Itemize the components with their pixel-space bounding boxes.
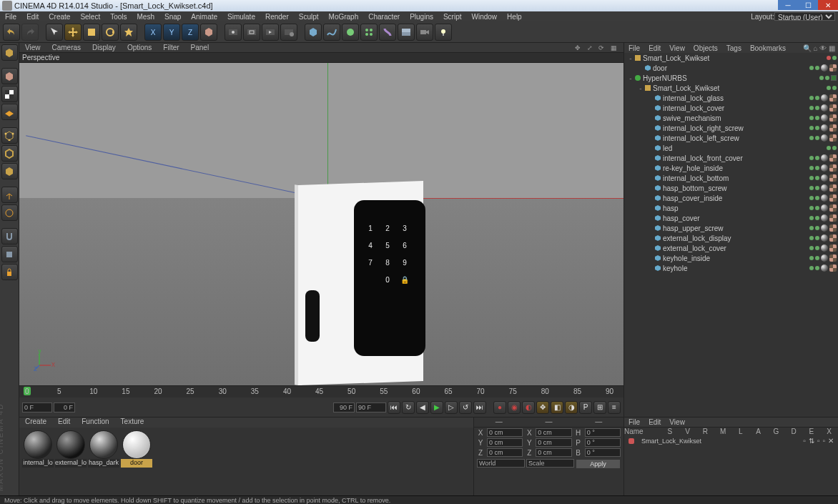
object-name[interactable]: hasp_upper_screw bbox=[663, 224, 724, 232]
material-tag-icon[interactable] bbox=[821, 124, 828, 132]
visibility-dot[interactable] bbox=[827, 86, 831, 90]
object-name[interactable]: keyhole_inside bbox=[663, 255, 710, 262]
flag-icon[interactable]: ▫ bbox=[803, 437, 806, 445]
uvw-tag-icon[interactable] bbox=[829, 234, 837, 242]
visibility-dot[interactable] bbox=[809, 216, 814, 220]
visibility-dot[interactable] bbox=[809, 116, 814, 120]
object-name[interactable]: door bbox=[653, 64, 667, 72]
object-name[interactable]: swive_mechanism bbox=[663, 114, 721, 122]
uvw-tag-icon[interactable] bbox=[829, 184, 837, 192]
coord-system-button[interactable] bbox=[200, 24, 217, 41]
visibility-dot[interactable] bbox=[832, 86, 837, 90]
material-tag-icon[interactable] bbox=[821, 214, 828, 222]
scene-object[interactable]: 1234567890🔒 bbox=[298, 183, 427, 385]
coord-v1[interactable]: 0 cm bbox=[487, 448, 523, 457]
tree-node[interactable]: -HyperNURBS bbox=[624, 73, 838, 83]
material-tag-icon[interactable] bbox=[821, 64, 828, 71]
last-tool-button[interactable] bbox=[120, 24, 137, 41]
key-rotate-button[interactable]: ◑ bbox=[565, 401, 578, 414]
timeline-end-in[interactable]: 90 F bbox=[333, 402, 355, 412]
visibility-dot[interactable] bbox=[815, 256, 819, 260]
key-options-button[interactable]: ≡ bbox=[608, 401, 621, 414]
vpmenu-display[interactable]: Display bbox=[87, 44, 122, 51]
viewport[interactable]: 1234567890🔒 y x z bbox=[19, 63, 623, 385]
menu-mesh[interactable]: Mesh bbox=[132, 13, 159, 21]
tree-node[interactable]: led bbox=[624, 143, 838, 153]
timeline-start-in[interactable]: 0 F bbox=[54, 402, 75, 412]
texture-mode-button[interactable] bbox=[1, 86, 18, 102]
visibility-dot[interactable] bbox=[809, 226, 814, 230]
add-deformer-button[interactable] bbox=[379, 24, 396, 41]
tree-node[interactable]: door bbox=[624, 63, 838, 73]
visibility-dot[interactable] bbox=[832, 56, 837, 60]
add-light-button[interactable] bbox=[435, 24, 452, 41]
tree-node[interactable]: internal_lock_front_cover bbox=[624, 153, 838, 163]
visibility-dot[interactable] bbox=[815, 166, 819, 170]
tree-node[interactable]: -Smart_Lock_Kwikset bbox=[624, 83, 838, 93]
live-select-button[interactable] bbox=[46, 24, 63, 41]
autokey-button[interactable]: ◉ bbox=[508, 401, 521, 414]
visibility-dot[interactable] bbox=[815, 136, 819, 140]
uvw-tag-icon[interactable] bbox=[829, 124, 837, 132]
uvw-tag-icon[interactable] bbox=[829, 94, 837, 102]
object-name[interactable]: external_lock_cover bbox=[663, 244, 726, 252]
material-tag-icon[interactable] bbox=[821, 224, 828, 232]
add-array-button[interactable] bbox=[360, 24, 378, 41]
structmenu-file[interactable]: File bbox=[624, 418, 644, 426]
edges-mode-button[interactable] bbox=[1, 145, 18, 162]
minimize-button[interactable]: ─ bbox=[778, 0, 798, 10]
structure-item[interactable]: Smart_Lock_Kwikset bbox=[634, 438, 758, 445]
axis-button[interactable] bbox=[1, 187, 18, 203]
flag-icon[interactable]: ▫ bbox=[817, 437, 820, 445]
expand-icon[interactable]: - bbox=[627, 74, 634, 82]
menu-window[interactable]: Window bbox=[467, 13, 503, 21]
scale-button[interactable] bbox=[83, 24, 100, 41]
visibility-dot[interactable] bbox=[809, 236, 814, 240]
visibility-dot[interactable] bbox=[815, 186, 819, 190]
add-spline-button[interactable] bbox=[323, 24, 340, 41]
uvw-tag-icon[interactable] bbox=[829, 265, 837, 272]
visibility-dot[interactable] bbox=[815, 216, 819, 220]
object-name[interactable]: internal_lock_bottom bbox=[663, 174, 729, 182]
material-tag-icon[interactable] bbox=[821, 255, 828, 262]
uvw-tag-icon[interactable] bbox=[829, 244, 837, 252]
object-name[interactable]: hasp_cover_inside bbox=[663, 194, 722, 202]
visibility-dot[interactable] bbox=[815, 226, 819, 230]
polys-mode-button[interactable] bbox=[1, 163, 18, 179]
visibility-dot[interactable] bbox=[815, 176, 819, 180]
visibility-dot[interactable] bbox=[809, 136, 814, 140]
visibility-dot[interactable] bbox=[809, 66, 814, 70]
tree-node[interactable]: hasp_cover bbox=[624, 213, 838, 223]
vpmenu-cameras[interactable]: Cameras bbox=[46, 44, 87, 51]
tree-node[interactable]: hasp_upper_screw bbox=[624, 223, 838, 233]
enable-check[interactable] bbox=[831, 75, 837, 81]
move-button[interactable] bbox=[64, 24, 82, 41]
object-tree[interactable]: -Smart_Lock_Kwiksetdoor-HyperNURBS-Smart… bbox=[624, 53, 838, 417]
visibility-dot[interactable] bbox=[809, 256, 814, 260]
apply-button[interactable]: Apply bbox=[576, 459, 621, 469]
visibility-dot[interactable] bbox=[815, 116, 819, 120]
next-frame-button[interactable]: ▷ bbox=[445, 401, 458, 414]
visibility-dot[interactable] bbox=[809, 186, 814, 190]
tree-node[interactable]: hasp_bottom_screw bbox=[624, 183, 838, 193]
tweak-button[interactable] bbox=[1, 204, 18, 221]
tree-node[interactable]: internal_lock_cover bbox=[624, 103, 838, 113]
visibility-dot[interactable] bbox=[809, 206, 814, 210]
visibility-dot[interactable] bbox=[827, 56, 831, 60]
maximize-button[interactable]: ☐ bbox=[798, 0, 818, 10]
tree-node[interactable]: internal_lock_right_screw bbox=[624, 123, 838, 133]
uvw-tag-icon[interactable] bbox=[829, 134, 837, 142]
expand-icon[interactable]: - bbox=[627, 54, 634, 62]
coord-mode-select[interactable]: Scale bbox=[526, 459, 574, 468]
close-button[interactable]: ✕ bbox=[818, 0, 838, 10]
make-editable-button[interactable] bbox=[1, 44, 18, 61]
object-name[interactable]: hasp bbox=[663, 204, 679, 212]
visibility-dot[interactable] bbox=[815, 246, 819, 250]
x-axis-button[interactable]: X bbox=[144, 24, 162, 41]
tree-node[interactable]: keyhole_inside bbox=[624, 253, 838, 263]
material-tag-icon[interactable] bbox=[821, 104, 828, 112]
material-tag-icon[interactable] bbox=[821, 244, 828, 252]
menu-help[interactable]: Help bbox=[502, 13, 527, 21]
visibility-dot[interactable] bbox=[815, 66, 819, 70]
visibility-dot[interactable] bbox=[815, 266, 819, 270]
